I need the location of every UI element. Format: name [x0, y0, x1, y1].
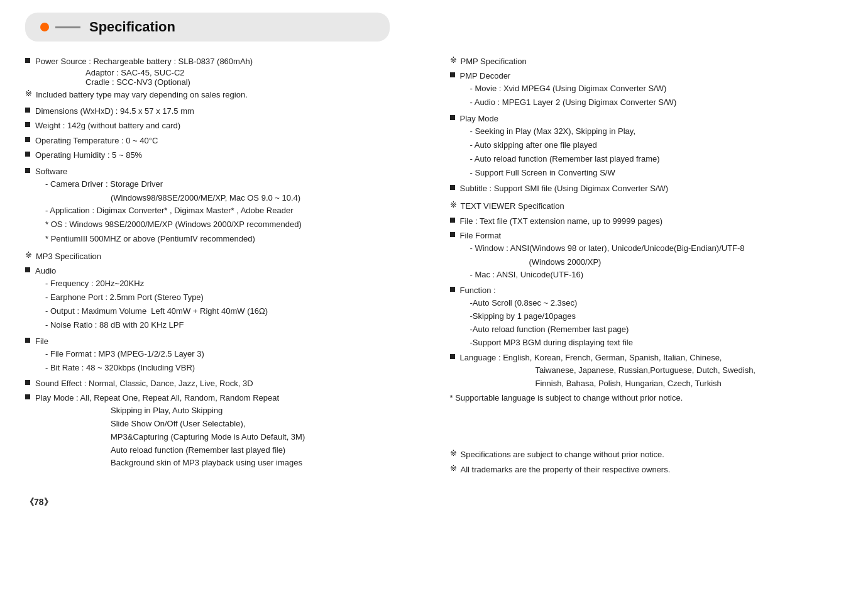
item-text: Software — [35, 167, 67, 176]
item-text: Function : — [460, 286, 496, 295]
sub-text: - Auto reload function (Remember last pl… — [460, 153, 660, 165]
item-text: Audio — [35, 266, 56, 275]
bullet-icon — [450, 185, 455, 190]
sub-text: Finnish, Bahasa, Polish, Hungarian, Czec… — [460, 377, 755, 391]
bullet-icon — [450, 287, 455, 292]
list-item: File : Text file (TXT extension name, up… — [450, 215, 843, 228]
item-text: Sound Effect : Normal, Classic, Dance, J… — [35, 377, 253, 390]
bullet-icon — [450, 115, 455, 120]
list-item: Sound Effect : Normal, Classic, Dance, J… — [25, 377, 419, 390]
bullet-icon — [450, 72, 455, 77]
sub-text: - Movie : Xvid MPEG4 (Using Digimax Conv… — [460, 82, 677, 95]
bullet-icon — [25, 122, 30, 127]
item-text: File — [35, 336, 48, 346]
sub-text: - Application : Digimax Converter* , Dig… — [35, 204, 302, 217]
item-text: Operating Humidity : 5 ~ 85% — [35, 149, 142, 162]
sub-text: Taiwanese, Japanese, Russian,Portuguese,… — [460, 364, 755, 377]
list-item: File Format - Window : ANSI(Windows 98 o… — [450, 230, 843, 283]
sub-text: - Camera Driver : Storage Driver — [35, 178, 302, 191]
bullet-icon — [25, 108, 30, 113]
sub-text: * OS : Windows 98SE/2000/ME/XP (Windows … — [35, 218, 302, 231]
content-columns: Power Source : Rechargeable battery : SL… — [25, 55, 843, 478]
sub-text: - Output : Maximum Volume Left 40mW + Ri… — [35, 305, 268, 318]
list-item: Play Mode - Seeking in Play (Max 32X), S… — [450, 113, 843, 181]
sub-text: Background skin of MP3 playback using us… — [35, 457, 305, 470]
ref-item: ※ PMP Specification — [450, 55, 843, 68]
item-text: Weight : 142g (without battery and card) — [35, 119, 180, 132]
footer-note: ※ Specifications are subject to change w… — [450, 448, 843, 461]
sub-text: - Frequency : 20Hz~20KHz — [35, 277, 268, 290]
list-item: PMP Decoder - Movie : Xvid MPEG4 (Using … — [450, 70, 843, 110]
ref-mark-icon: ※ — [450, 464, 457, 473]
item-text: Dimensions (WxHxD) : 94.5 x 57 x 17.5 mm — [35, 105, 194, 118]
ref-item: ※ MP3 Specification — [25, 250, 419, 263]
left-column: Power Source : Rechargeable battery : SL… — [25, 55, 425, 478]
ref-mark-icon: ※ — [450, 55, 457, 65]
sub-text: - Seeking in Play (Max 32X), Skipping in… — [460, 125, 660, 138]
item-text: Subtitle : Support SMI file (Using Digim… — [460, 182, 669, 195]
list-item: Function : -Auto Scroll (0.8sec ~ 2.3sec… — [450, 284, 843, 349]
ref-mark-icon: ※ — [25, 250, 32, 260]
sub-text: * PentiumIII 500MHZ or above (PentiumIV … — [35, 233, 302, 245]
item-text: * Supportable language is subject to cha… — [450, 393, 683, 403]
item-text: Play Mode : All, Repeat One, Repeat All,… — [35, 393, 279, 403]
header-box: Specification — [25, 13, 390, 42]
bullet-icon — [25, 394, 30, 399]
item-text: File Format — [460, 231, 502, 240]
ref-item: ※ Included battery type may vary dependi… — [25, 89, 419, 101]
list-item: Software - Camera Driver : Storage Drive… — [25, 165, 419, 247]
list-item: Subtitle : Support SMI file (Using Digim… — [450, 182, 843, 195]
ref-mark-icon: ※ — [450, 200, 457, 209]
sub-text: - Auto skipping after one file played — [460, 139, 660, 152]
ref-mark-icon: ※ — [450, 448, 457, 458]
list-item: Dimensions (WxHxD) : 94.5 x 57 x 17.5 mm — [25, 105, 419, 118]
list-item: Language : English, Korean, French, Germ… — [450, 352, 843, 391]
item-text: PMP Decoder — [460, 71, 511, 81]
item-text: All trademarks are the property of their… — [461, 464, 671, 476]
sub-text: Skipping in Play, Auto Skipping — [35, 404, 305, 418]
page-number: 《78》 — [25, 497, 843, 508]
bullet-icon — [450, 354, 455, 359]
sub-text: Auto reload function (Remember last play… — [35, 444, 305, 457]
sub-text: - File Format : MP3 (MPEG-1/2/2.5 Layer … — [35, 348, 204, 360]
list-item: Weight : 142g (without battery and card) — [25, 119, 419, 132]
item-text: MP3 Specification — [36, 250, 101, 263]
sub-text: - Audio : MPEG1 Layer 2 (Using Digimax C… — [460, 96, 677, 109]
sub-text: - Window : ANSI(Windows 98 or later), Un… — [460, 242, 745, 255]
list-item: Operating Temperature : 0 ~ 40°C — [25, 135, 419, 147]
bullet-icon — [25, 152, 30, 157]
list-item: Power Source : Rechargeable battery : SL… — [25, 55, 419, 87]
page-title: Specification — [89, 19, 175, 35]
item-text: Included battery type may vary depending… — [36, 89, 248, 101]
sub-text: - Mac : ANSI, Unicode(UTF-16) — [460, 269, 745, 281]
sub-text: -Auto reload function (Remember last pag… — [460, 323, 633, 336]
sub-text: -Auto Scroll (0.8sec ~ 2.3sec) — [460, 297, 633, 310]
sub-text: Cradle : SCC-NV3 (Optional) — [35, 77, 253, 87]
sub-text: MP3&Capturing (Capturing Mode is Auto De… — [35, 431, 305, 444]
item-text: Play Mode — [460, 114, 498, 123]
list-item: File - File Format : MP3 (MPEG-1/2/2.5 L… — [25, 335, 419, 375]
item-text: Operating Temperature : 0 ~ 40°C — [35, 135, 158, 147]
sub-text: -Skipping by 1 page/10pages — [460, 310, 633, 323]
bullet-icon — [25, 267, 30, 272]
sub-text: - Noise Ratio : 88 dB with 20 KHz LPF — [35, 319, 268, 331]
bullet-icon — [25, 380, 30, 385]
bullet-icon — [25, 168, 30, 173]
right-column: ※ PMP Specification PMP Decoder - Movie … — [444, 55, 843, 478]
bullet-icon — [25, 137, 30, 142]
list-item: Play Mode : All, Repeat One, Repeat All,… — [25, 392, 419, 470]
sub-text: - Bit Rate : 48 ~ 320kbps (Including VBR… — [35, 362, 204, 374]
bullet-icon — [25, 338, 30, 343]
sub-text: - Support Full Screen in Converting S/W — [460, 167, 660, 179]
sub-text: (Windows 2000/XP) — [460, 256, 745, 269]
bullet-icon — [450, 232, 455, 237]
page-container: Specification Power Source : Rechargeabl… — [25, 13, 843, 508]
item-text: Power Source : Rechargeable battery : SL… — [35, 57, 253, 66]
bullet-icon — [25, 58, 30, 63]
sub-text: Adaptor : SAC-45, SUC-C2 — [35, 68, 253, 77]
item-text: Specifications are subject to change wit… — [461, 448, 664, 461]
ref-item: ※ TEXT VIEWER Specification — [450, 200, 843, 213]
footer-note: ※ All trademarks are the property of the… — [450, 464, 843, 476]
item-text: TEXT VIEWER Specification — [461, 200, 564, 213]
bullet-icon — [450, 218, 455, 223]
